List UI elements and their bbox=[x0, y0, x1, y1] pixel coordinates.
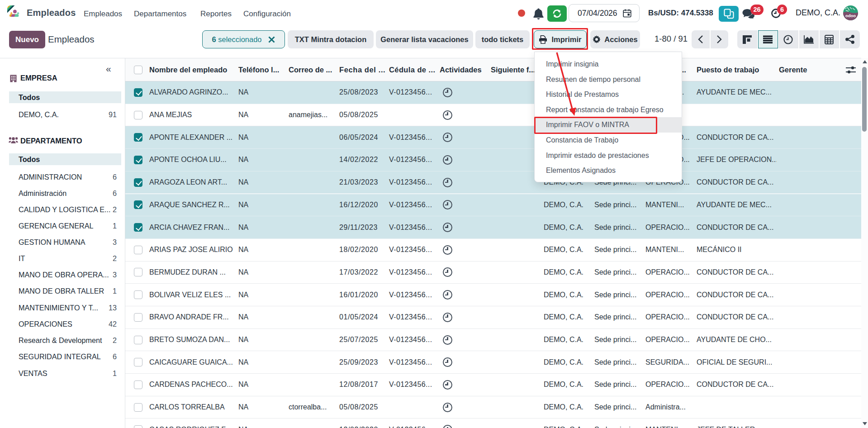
svg-text:odoo: odoo bbox=[845, 13, 856, 18]
